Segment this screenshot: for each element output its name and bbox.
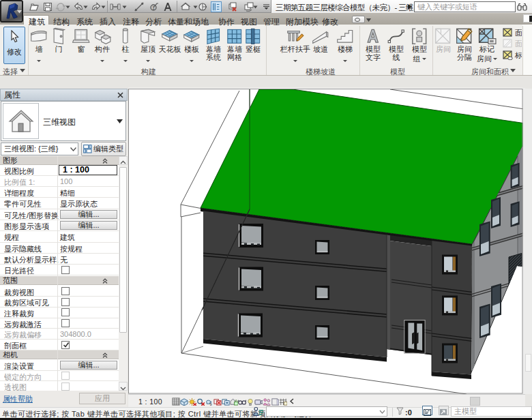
svg-text:9: 9 [210,402,212,406]
svg-text:1: 1 [152,5,155,10]
